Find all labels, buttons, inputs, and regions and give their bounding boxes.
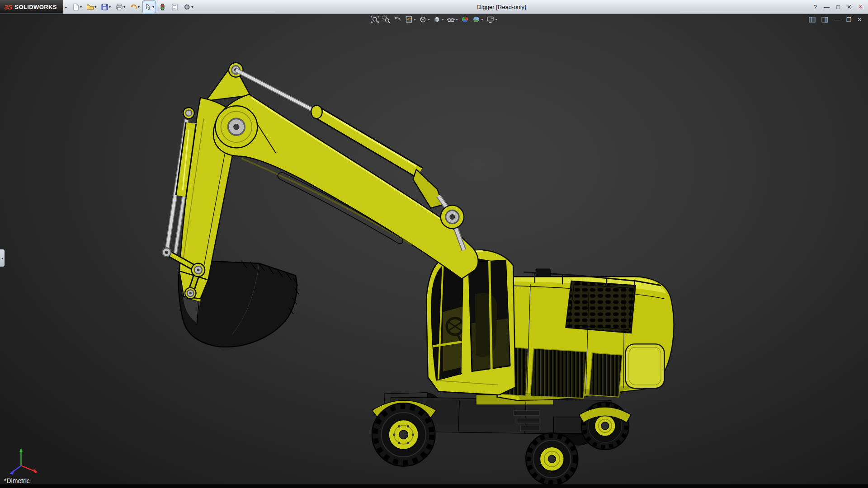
chevron-down-icon[interactable]: ▾	[109, 5, 111, 9]
menu-expand-icon[interactable]: ▸	[65, 5, 67, 9]
cab-steps	[514, 410, 539, 415]
chevron-down-icon[interactable]: ▾	[138, 5, 140, 9]
undo-button[interactable]: ▾	[128, 0, 142, 13]
graphics-viewport[interactable]: ▾ ▾ ▾ ▾	[0, 14, 868, 484]
new-document-button[interactable]: ▾	[70, 0, 84, 13]
chevron-down-icon[interactable]: ▾	[481, 18, 483, 22]
maximize-button[interactable]: □	[836, 4, 840, 10]
chevron-down-icon[interactable]: ▾	[442, 18, 443, 22]
sheet-icon	[171, 3, 179, 11]
scene-globe-icon	[472, 15, 481, 23]
doc-restore-button[interactable]: ❐	[846, 17, 851, 23]
rebuild-button[interactable]	[157, 0, 168, 13]
file-properties-button[interactable]	[169, 0, 180, 13]
chevron-down-icon[interactable]: ▾	[456, 18, 458, 22]
appearance-ball-icon	[461, 15, 469, 23]
open-button[interactable]: ▾	[85, 0, 98, 13]
side-louver-panel	[589, 353, 622, 397]
options-button[interactable]: ▾	[181, 0, 195, 13]
chevron-down-icon[interactable]: ▾	[191, 5, 193, 9]
chevron-down-icon[interactable]: ▾	[123, 5, 125, 9]
section-view-button[interactable]: ▾	[405, 15, 415, 23]
gear-icon	[183, 3, 191, 11]
zoom-fit-icon	[371, 15, 379, 23]
undo-arrow-icon	[130, 3, 137, 11]
model-canvas[interactable]	[0, 14, 868, 484]
dassault-logo-icon: 3S	[4, 4, 12, 10]
select-button[interactable]: ▾	[142, 0, 156, 13]
featuremanager-pane-icon[interactable]	[809, 17, 816, 23]
view-orientation-button[interactable]: ▾	[419, 15, 429, 23]
zoom-to-fit-button[interactable]	[371, 15, 379, 23]
doc-close-button[interactable]: ✕	[857, 17, 862, 23]
excavator-body[interactable]	[372, 250, 674, 484]
zoom-area-icon	[382, 15, 390, 23]
display-style-button[interactable]: ▾	[433, 15, 443, 23]
window-controls: ? — □ ✕ ✕	[808, 4, 868, 10]
operator-seat	[475, 293, 497, 357]
view-orientation-icon	[419, 15, 427, 23]
rear-access-door	[626, 344, 665, 388]
chevron-down-icon[interactable]: ▾	[428, 18, 429, 22]
minimize-button[interactable]: —	[824, 4, 830, 10]
chevron-down-icon[interactable]: ▾	[414, 18, 415, 22]
print-button[interactable]: ▾	[113, 0, 127, 13]
glasses-icon	[447, 15, 455, 23]
folder-icon	[86, 3, 94, 11]
view-orientation-label: *Dimetric	[4, 477, 30, 484]
excavator-wheel-front[interactable]	[372, 403, 435, 466]
chevron-down-icon[interactable]: ▾	[152, 5, 154, 9]
printer-icon	[115, 3, 123, 11]
hide-show-items-button[interactable]: ▾	[447, 15, 458, 23]
floppy-icon	[101, 3, 108, 11]
save-button[interactable]: ▾	[99, 0, 113, 13]
app-close-icon[interactable]: ✕	[859, 5, 863, 9]
cursor-icon	[144, 3, 152, 11]
collapse-arrow-icon: ◂	[1, 256, 3, 260]
document-title: Digger [Read-only]	[195, 4, 808, 10]
page-icon	[72, 3, 80, 11]
chevron-down-icon[interactable]: ▾	[495, 18, 497, 22]
heads-up-view-toolbar: ▾ ▾ ▾ ▾	[371, 15, 497, 23]
view-settings-icon	[486, 15, 495, 23]
titlebar: 3S SOLIDWORKS ▸ ▾ ▾ ▾ ▾ ▾	[0, 0, 868, 14]
edit-appearance-button[interactable]	[461, 15, 469, 23]
display-pane-icon[interactable]	[821, 17, 828, 23]
document-window-controls: — ❐ ✕	[809, 17, 862, 23]
close-button[interactable]: ✕	[847, 4, 852, 10]
bottom-strip	[0, 484, 868, 488]
previous-view-icon	[393, 15, 401, 23]
excavator-wheel-front-right[interactable]	[526, 433, 578, 484]
orientation-triad[interactable]	[9, 448, 38, 474]
apply-scene-button[interactable]: ▾	[472, 15, 483, 23]
zoom-to-area-button[interactable]	[382, 15, 390, 23]
traffic-light-icon	[159, 3, 166, 11]
featuremanager-collapse-tab[interactable]: ◂	[0, 249, 5, 267]
main-toolbar: ▾ ▾ ▾ ▾ ▾ ▾	[70, 0, 195, 13]
doc-minimize-button[interactable]: —	[834, 17, 840, 23]
brand-name: SOLIDWORKS	[14, 4, 57, 10]
section-view-icon	[405, 15, 413, 23]
triad-z-axis	[9, 470, 14, 474]
side-louver-panel	[530, 348, 587, 398]
solidworks-window: 3S SOLIDWORKS ▸ ▾ ▾ ▾ ▾ ▾	[0, 0, 868, 488]
display-style-icon	[433, 15, 441, 23]
previous-view-button[interactable]	[393, 15, 401, 23]
triad-y-axis	[19, 448, 23, 452]
chevron-down-icon[interactable]: ▾	[94, 5, 96, 9]
view-settings-button[interactable]: ▾	[486, 15, 497, 23]
help-button[interactable]: ?	[814, 4, 817, 10]
chevron-down-icon[interactable]: ▾	[80, 5, 82, 9]
solidworks-logo: 3S SOLIDWORKS	[0, 0, 63, 14]
stick-extension	[206, 63, 250, 101]
